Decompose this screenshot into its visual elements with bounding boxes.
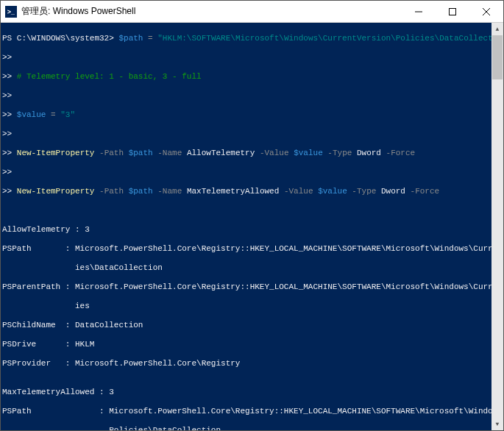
output-line: MaxTelemetryAllowed : 3 — [2, 388, 503, 397]
output-line: PSDrive : HKLM — [2, 340, 503, 349]
powershell-window: >_ 管理员: Windows PowerShell PS C:\WINDOWS… — [0, 0, 504, 431]
prompt: PS C:\WINDOWS\system32> — [2, 34, 114, 43]
close-icon — [483, 8, 490, 15]
minimize-icon — [415, 8, 422, 15]
titlebar[interactable]: >_ 管理员: Windows PowerShell — [1, 1, 503, 23]
output-line: ies — [2, 302, 503, 311]
output-line: ies\DataCollection — [2, 263, 503, 273]
scrollbar[interactable]: ▲ ▼ — [491, 23, 503, 430]
window-title: 管理员: Windows PowerShell — [21, 5, 135, 18]
string-literal: "3" — [60, 110, 75, 119]
continuation-prompt: >> — [2, 53, 12, 62]
output-line: PSChildName : DataCollection — [2, 321, 503, 330]
powershell-icon: >_ — [5, 6, 17, 18]
output-line: PSProvider : Microsoft.PowerShell.Core\R… — [2, 359, 503, 368]
maximize-icon — [449, 8, 456, 15]
scroll-up-button[interactable]: ▲ — [491, 23, 503, 35]
scroll-thumb[interactable] — [492, 35, 503, 79]
close-button[interactable] — [469, 1, 503, 22]
window-controls — [402, 1, 503, 22]
output-line: PSPath : Microsoft.PowerShell.Core\Regis… — [2, 244, 503, 254]
output-line: PSParentPath : Microsoft.PowerShell.Core… — [2, 282, 503, 292]
svg-rect-1 — [450, 8, 456, 15]
variable: $path — [118, 34, 143, 43]
output-line: AllowTelemetry : 3 — [2, 225, 503, 235]
variable: $value — [17, 110, 46, 119]
cmdlet: New-ItemProperty — [17, 187, 95, 196]
maximize-button[interactable] — [436, 1, 469, 22]
cmdlet: New-ItemProperty — [17, 149, 95, 157]
scroll-down-button[interactable]: ▼ — [491, 418, 503, 430]
string-literal: "HKLM:\SOFTWARE\Microsoft\Windows\Curren… — [157, 34, 503, 43]
output-line: PSPath : Microsoft.PowerShell.Core\Regis… — [2, 407, 503, 416]
output-line: Policies\DataCollection — [2, 426, 503, 430]
minimize-button[interactable] — [402, 1, 436, 22]
comment: # Telemetry level: 1 - basic, 3 - full — [17, 72, 202, 81]
terminal-area[interactable]: PS C:\WINDOWS\system32> $path = "HKLM:\S… — [1, 23, 503, 430]
